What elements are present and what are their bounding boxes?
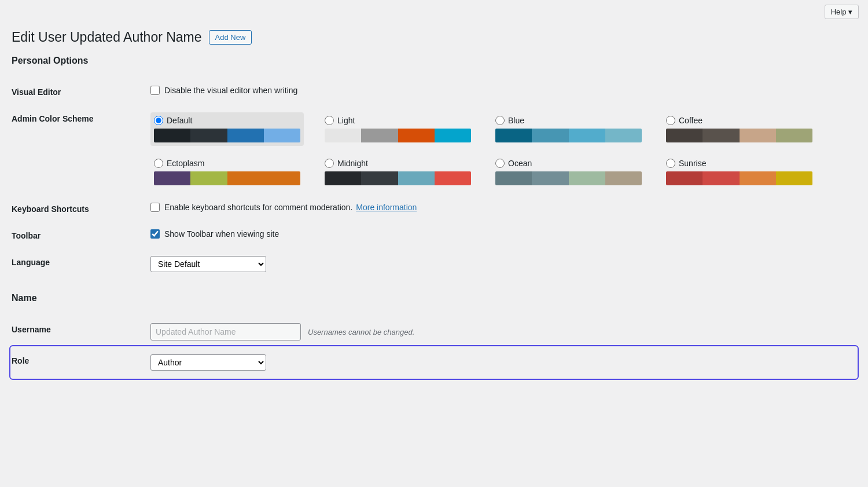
color-scheme-label-default: Default bbox=[167, 116, 192, 125]
color-swatch bbox=[740, 171, 776, 185]
color-swatch bbox=[325, 171, 361, 185]
color-scheme-label-light: Light bbox=[337, 116, 355, 125]
color-swatch bbox=[361, 129, 398, 142]
keyboard-shortcuts-label: Keyboard Shortcuts bbox=[12, 204, 89, 214]
color-swatch bbox=[495, 171, 532, 185]
username-label: Username bbox=[12, 325, 51, 334]
color-scheme-label-midnight: Midnight bbox=[337, 159, 368, 168]
color-swatch bbox=[435, 129, 471, 142]
role-label: Role bbox=[12, 356, 29, 365]
color-scheme-default[interactable]: Default bbox=[150, 112, 304, 146]
role-row: Role AdministratorEditorAuthorContributo… bbox=[12, 347, 856, 378]
keyboard-shortcuts-row: Keyboard Shortcuts Enable keyboard short… bbox=[12, 196, 856, 222]
visual-editor-checkbox-label[interactable]: Disable the visual editor when writing bbox=[150, 86, 851, 95]
admin-color-scheme-label: Admin Color Scheme bbox=[12, 114, 94, 123]
color-scheme-radio-blue[interactable] bbox=[495, 116, 505, 125]
color-scheme-blue[interactable]: Blue bbox=[492, 112, 645, 146]
color-swatch bbox=[666, 129, 703, 142]
visual-editor-row: Visual Editor Disable the visual editor … bbox=[12, 79, 856, 105]
visual-editor-label: Visual Editor bbox=[12, 87, 61, 97]
color-scheme-radio-coffee[interactable] bbox=[666, 116, 675, 125]
toolbar-label: Toolbar bbox=[12, 231, 41, 240]
color-swatch bbox=[666, 171, 703, 185]
language-row: Language Site DefaultEnglish (US)Español… bbox=[12, 249, 856, 279]
color-scheme-radio-light[interactable] bbox=[325, 116, 334, 125]
color-swatch bbox=[325, 129, 361, 142]
color-scheme-radio-default[interactable] bbox=[154, 116, 163, 125]
color-scheme-sunrise[interactable]: Sunrise bbox=[663, 155, 816, 189]
toolbar-row: Toolbar Show Toolbar when viewing site bbox=[12, 222, 856, 249]
color-swatch bbox=[569, 129, 605, 142]
color-swatch bbox=[264, 171, 300, 185]
name-section-title: Name bbox=[12, 293, 856, 307]
toolbar-text: Show Toolbar when viewing site bbox=[164, 229, 279, 239]
username-input[interactable] bbox=[150, 323, 301, 340]
color-scheme-radio-sunrise[interactable] bbox=[666, 159, 675, 168]
color-scheme-grid: DefaultLightBlueCoffeeEctoplasmMidnightO… bbox=[150, 112, 816, 189]
keyboard-shortcuts-checkbox[interactable] bbox=[150, 203, 160, 212]
visual-editor-checkbox[interactable] bbox=[150, 86, 160, 95]
color-scheme-radio-midnight[interactable] bbox=[325, 159, 334, 168]
color-swatch bbox=[264, 129, 300, 142]
color-swatch bbox=[703, 129, 739, 142]
color-swatches-sunrise bbox=[666, 171, 812, 185]
visual-editor-text: Disable the visual editor when writing bbox=[164, 86, 297, 95]
color-swatch bbox=[154, 171, 190, 185]
color-swatch bbox=[776, 129, 812, 142]
color-swatch bbox=[532, 171, 568, 185]
color-scheme-label-coffee: Coffee bbox=[679, 116, 703, 125]
color-swatch bbox=[361, 171, 398, 185]
color-swatches-ocean bbox=[495, 171, 642, 185]
personal-options-title: Personal Options bbox=[12, 56, 856, 69]
keyboard-shortcuts-checkbox-label[interactable]: Enable keyboard shortcuts for comment mo… bbox=[150, 203, 352, 212]
color-swatch bbox=[569, 171, 605, 185]
toolbar-checkbox[interactable] bbox=[150, 229, 160, 239]
color-swatch bbox=[605, 129, 642, 142]
color-scheme-ectoplasm[interactable]: Ectoplasm bbox=[150, 155, 304, 189]
page-title: Edit User Updated Author Name bbox=[12, 30, 202, 45]
color-scheme-ocean[interactable]: Ocean bbox=[492, 155, 645, 189]
color-scheme-label-ectoplasm: Ectoplasm bbox=[167, 159, 204, 168]
color-swatch bbox=[532, 129, 568, 142]
toolbar-checkbox-label[interactable]: Show Toolbar when viewing site bbox=[150, 229, 851, 239]
color-swatch bbox=[605, 171, 642, 185]
color-swatches-midnight bbox=[325, 171, 471, 185]
color-swatches-blue bbox=[495, 129, 642, 142]
color-swatch bbox=[776, 171, 812, 185]
color-swatch bbox=[190, 171, 227, 185]
add-new-button[interactable]: Add New bbox=[209, 30, 252, 45]
color-scheme-radio-ocean[interactable] bbox=[495, 159, 505, 168]
color-scheme-label-blue: Blue bbox=[508, 116, 524, 125]
color-scheme-midnight[interactable]: Midnight bbox=[321, 155, 475, 189]
color-swatches-coffee bbox=[666, 129, 812, 142]
language-select[interactable]: Site DefaultEnglish (US)EspañolFrançaisD… bbox=[150, 256, 266, 272]
keyboard-shortcuts-text: Enable keyboard shortcuts for comment mo… bbox=[164, 203, 352, 212]
color-swatch bbox=[398, 129, 435, 142]
color-swatch bbox=[154, 129, 190, 142]
color-swatches-ectoplasm bbox=[154, 171, 300, 185]
color-scheme-coffee[interactable]: Coffee bbox=[663, 112, 816, 146]
color-swatch bbox=[740, 129, 776, 142]
color-swatches-default bbox=[154, 129, 300, 142]
help-button[interactable]: Help ▾ bbox=[825, 5, 859, 19]
username-row: Username Usernames cannot be changed. bbox=[12, 316, 856, 347]
color-swatch bbox=[435, 171, 471, 185]
admin-color-scheme-row: Admin Color Scheme DefaultLightBlueCoffe… bbox=[12, 105, 856, 196]
color-scheme-label-ocean: Ocean bbox=[508, 159, 532, 168]
color-swatch bbox=[190, 129, 227, 142]
color-scheme-label-sunrise: Sunrise bbox=[679, 159, 706, 168]
username-note: Usernames cannot be changed. bbox=[308, 328, 414, 336]
role-select[interactable]: AdministratorEditorAuthorContributorSubs… bbox=[150, 354, 266, 371]
color-scheme-light[interactable]: Light bbox=[321, 112, 475, 146]
color-swatches-light bbox=[325, 129, 471, 142]
color-swatch bbox=[398, 171, 435, 185]
color-swatch bbox=[227, 171, 264, 185]
more-information-link[interactable]: More information bbox=[356, 203, 417, 212]
color-swatch bbox=[227, 129, 264, 142]
color-scheme-radio-ectoplasm[interactable] bbox=[154, 159, 163, 168]
keyboard-shortcuts-content: Enable keyboard shortcuts for comment mo… bbox=[150, 203, 851, 212]
color-swatch bbox=[495, 129, 532, 142]
language-label: Language bbox=[12, 258, 50, 267]
color-swatch bbox=[703, 171, 739, 185]
